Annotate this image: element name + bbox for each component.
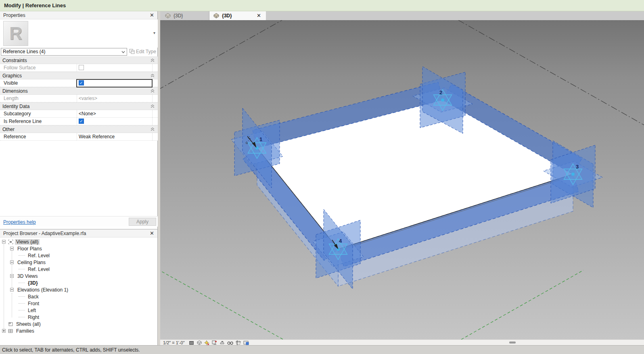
property-row: Reference Weak Reference <box>0 133 158 141</box>
tree-item-elevations[interactable]: Elevations (Elevation 1) <box>0 286 158 293</box>
point-label-2: 2 <box>439 90 442 96</box>
context-tab-title: Modify | Reference Lines <box>4 2 66 8</box>
properties-header: Properties ✕ <box>0 11 157 19</box>
sheets-icon <box>8 322 13 327</box>
tree-item-left[interactable]: Left <box>0 307 158 314</box>
sun-path-icon[interactable] <box>204 340 209 345</box>
collapse-icon[interactable] <box>151 104 158 109</box>
shadows-icon[interactable] <box>212 340 217 345</box>
property-row: Follow Surface <box>0 64 158 72</box>
status-message: Click to select, TAB for alternates, CTR… <box>2 347 140 353</box>
properties-panel: Properties ✕ R ▾ Reference Lines (4) Edi… <box>0 11 158 229</box>
reference-plane-green-line[interactable] <box>160 269 283 339</box>
tree-item-ref-level[interactable]: Ref. Level <box>0 266 158 273</box>
type-selector-row: Reference Lines (4) Edit Type <box>0 48 158 56</box>
point-label-3: 3 <box>576 164 579 170</box>
close-icon[interactable]: ✕ <box>257 12 261 19</box>
properties-title: Properties <box>3 12 25 18</box>
edit-type-icon <box>129 49 135 54</box>
property-row: Subcategory <None> <box>0 110 158 118</box>
tree-item-3d-views[interactable]: 3D Views <box>0 273 158 279</box>
view-control-bar: 1/2" = 1'-0" <box>160 339 644 345</box>
view-tab-inactive[interactable]: {3D} <box>160 11 209 20</box>
expand-expander-icon[interactable] <box>2 329 6 333</box>
status-bar: Click to select, TAB for alternates, CTR… <box>0 345 644 354</box>
chevron-down-icon <box>121 51 125 53</box>
section-header-dimensions[interactable]: Dimensions <box>0 87 158 95</box>
section-header-constraints[interactable]: Constraints <box>0 56 158 64</box>
collapse-expander-icon[interactable] <box>10 274 14 278</box>
collapse-expander-icon[interactable] <box>10 288 14 292</box>
close-icon[interactable]: ✕ <box>150 230 154 236</box>
collapse-icon[interactable] <box>151 127 158 132</box>
apply-button[interactable]: Apply <box>129 218 156 226</box>
temporary-hide-isolate-icon[interactable] <box>227 340 233 345</box>
type-selector-combobox[interactable]: Reference Lines (4) <box>1 48 127 56</box>
is-reference-line-checkbox[interactable]: ✓ <box>79 119 84 124</box>
family-preview-image: R <box>3 21 28 46</box>
close-icon[interactable]: ✕ <box>150 12 154 18</box>
ribbon-context-bar: Modify | Reference Lines <box>0 0 644 11</box>
3d-view-icon <box>213 13 220 19</box>
section-header-identity-data[interactable]: Identity Data <box>0 102 158 110</box>
tree-item-views-all[interactable]: Views (all) <box>0 238 158 245</box>
property-row: Is Reference Line ✓ <box>0 118 158 125</box>
crop-view-icon[interactable] <box>236 340 241 345</box>
tree-item-3d[interactable]: {3D} <box>0 279 158 286</box>
view-tab-bar: {3D} {3D} ✕ <box>160 11 644 20</box>
views-icon <box>8 239 13 244</box>
view-tab-active[interactable]: {3D} ✕ <box>209 11 266 20</box>
properties-help-link[interactable]: Properties help <box>3 219 36 225</box>
section-header-graphics[interactable]: Graphics <box>0 72 158 79</box>
visible-checkbox[interactable]: ✓ <box>79 80 84 85</box>
detail-level-icon[interactable] <box>189 340 194 345</box>
follow-surface-checkbox[interactable] <box>79 65 84 70</box>
property-grid: Constraints Follow Surface Graphics Visi… <box>0 56 158 141</box>
chevron-down-icon[interactable]: ▾ <box>153 31 155 35</box>
edit-type-button[interactable]: Edit Type <box>129 48 157 56</box>
collapse-expander-icon[interactable] <box>2 240 6 244</box>
tree-item-back[interactable]: Back <box>0 293 158 300</box>
collapse-icon[interactable] <box>151 58 158 63</box>
project-browser-tree: Views (all) Floor Plans Ref. Level Ceili… <box>0 238 158 334</box>
tree-item-families[interactable]: Families <box>0 327 158 334</box>
3d-scene: 1 2 3 4 0' - 1" <box>160 20 644 339</box>
reference-plane-green-line[interactable] <box>461 270 583 339</box>
properties-footer: Properties help Apply <box>0 216 158 227</box>
tree-item-front[interactable]: Front <box>0 300 158 307</box>
scale-button[interactable]: 1/2" = 1'-0" <box>163 340 185 345</box>
reference-plane-line[interactable] <box>160 20 282 90</box>
horizontal-scrollbar-thumb[interactable] <box>509 342 516 344</box>
tree-item-sheets-all[interactable]: Sheets (all) <box>0 321 158 327</box>
rendering-icon[interactable] <box>220 340 225 345</box>
visual-style-icon[interactable] <box>197 340 202 345</box>
tree-item-right[interactable]: Right <box>0 314 158 321</box>
property-row: Length <varies> <box>0 95 158 102</box>
families-icon <box>8 329 13 333</box>
project-browser-title: Project Browser - AdaptiveExample.rfa <box>3 231 86 236</box>
drawing-area[interactable]: 1 2 3 4 0' - 1" <box>160 20 644 339</box>
tree-item-ref-level[interactable]: Ref. Level <box>0 252 158 259</box>
section-header-other[interactable]: Other <box>0 125 158 133</box>
collapse-icon[interactable] <box>151 88 158 94</box>
point-label-4: 4 <box>339 238 342 244</box>
collapse-expander-icon[interactable] <box>10 247 14 250</box>
3d-view-icon <box>165 13 171 19</box>
collapse-icon[interactable] <box>151 73 158 79</box>
crop-region-icon[interactable] <box>243 340 249 345</box>
collapse-expander-icon[interactable] <box>10 260 14 264</box>
project-browser-header: Project Browser - AdaptiveExample.rfa ✕ <box>0 229 157 237</box>
tree-item-ceiling-plans[interactable]: Ceiling Plans <box>0 259 158 266</box>
tree-item-floor-plans[interactable]: Floor Plans <box>0 245 158 252</box>
type-preview: R ▾ <box>0 19 158 48</box>
project-browser-panel: Project Browser - AdaptiveExample.rfa ✕ … <box>0 229 158 345</box>
point-label-1: 1 <box>259 136 262 142</box>
property-row: Visible ✓ <box>0 79 158 87</box>
